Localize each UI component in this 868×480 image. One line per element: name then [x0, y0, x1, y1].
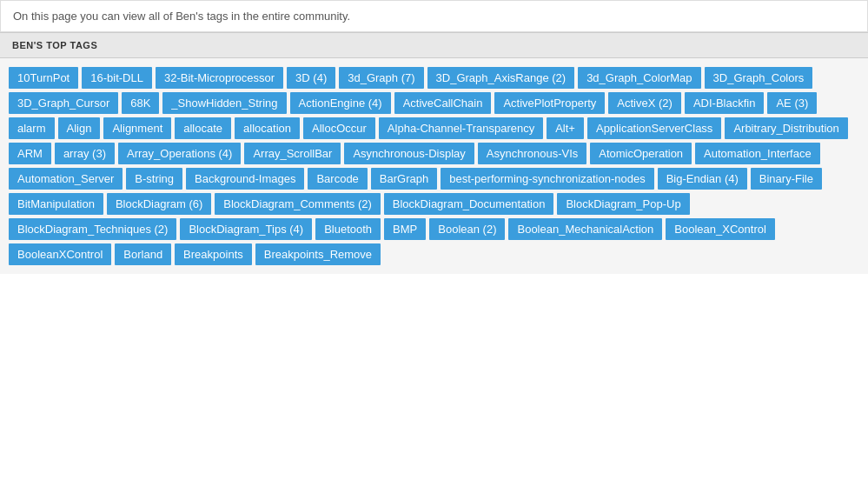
tag-item[interactable]: BlockDiagram_Comments (2)	[215, 193, 381, 215]
tag-item[interactable]: Align	[58, 117, 101, 139]
tag-item[interactable]: ActivePlotProperty	[494, 92, 605, 114]
tag-item[interactable]: Barcode	[308, 168, 367, 190]
tag-item[interactable]: BitManipulation	[9, 193, 103, 215]
tag-item[interactable]: 10TurnPot	[9, 67, 78, 89]
tag-item[interactable]: Automation_Server	[9, 168, 123, 190]
tag-item[interactable]: BarGraph	[371, 168, 437, 190]
tag-item[interactable]: ActionEngine (4)	[290, 92, 391, 114]
tag-item[interactable]: Background-Images	[186, 168, 304, 190]
tag-item[interactable]: Array_Operations (4)	[118, 143, 241, 164]
tag-item[interactable]: BooleanXControl	[9, 243, 111, 265]
tag-item[interactable]: ApplicationServerClass	[587, 117, 721, 139]
tags-container: 10TurnPot16-bit-DLL32-Bit-Microprocessor…	[0, 58, 868, 274]
tag-item[interactable]: 3D_Graph_Colors	[705, 67, 813, 89]
tag-item[interactable]: ActiveX (2)	[608, 92, 681, 114]
tag-item[interactable]: _ShowHidden_String	[162, 92, 286, 114]
tag-item[interactable]: 32-Bit-Microprocessor	[156, 67, 283, 89]
tag-item[interactable]: BMP	[384, 218, 426, 240]
tag-item[interactable]: Boolean (2)	[429, 218, 505, 240]
tag-item[interactable]: AE (3)	[767, 92, 817, 114]
tag-item[interactable]: B-string	[126, 168, 182, 190]
tag-item[interactable]: BlockDiagram_Techniques (2)	[9, 218, 176, 240]
tag-item[interactable]: Automation_Interface	[695, 143, 820, 164]
tag-item[interactable]: AtomicOperation	[590, 143, 692, 164]
tag-item[interactable]: 68K	[122, 92, 159, 114]
tag-item[interactable]: Binary-File	[751, 168, 822, 190]
tag-item[interactable]: Alt+	[547, 117, 584, 139]
info-text: On this page you can view all of Ben's t…	[13, 10, 350, 23]
tag-item[interactable]: alarm	[9, 117, 55, 139]
tag-item[interactable]: Arbitrary_Distribution	[725, 117, 847, 139]
tag-item[interactable]: allocation	[235, 117, 300, 139]
tag-item[interactable]: array (3)	[55, 143, 115, 164]
tag-item[interactable]: Boolean_MechanicalAction	[508, 218, 662, 240]
tag-item[interactable]: Alpha-Channel-Transparency	[379, 117, 543, 139]
tag-item[interactable]: 3D_Graph_Cursor	[9, 92, 118, 114]
tag-item[interactable]: Asynchronous-Display	[344, 143, 474, 164]
tag-item[interactable]: Breakpoints	[175, 243, 252, 265]
tag-item[interactable]: BlockDiagram_Pop-Up	[557, 193, 689, 215]
tag-item[interactable]: 3D (4)	[287, 67, 335, 89]
tag-item[interactable]: BlockDiagram (6)	[107, 193, 211, 215]
tag-item[interactable]: 3D_Graph_AxisRange (2)	[427, 67, 575, 89]
tag-item[interactable]: BlockDiagram_Tips (4)	[180, 218, 312, 240]
tag-item[interactable]: best-performing-synchronization-nodes	[441, 168, 653, 190]
tag-item[interactable]: AllocOccur	[303, 117, 375, 139]
info-bar: On this page you can view all of Ben's t…	[0, 0, 868, 32]
tag-item[interactable]: Borland	[115, 243, 171, 265]
tag-item[interactable]: Breakpoints_Remove	[255, 243, 381, 265]
tag-item[interactable]: 3d_Graph (7)	[339, 67, 423, 89]
tag-item[interactable]: Boolean_XControl	[666, 218, 775, 240]
tag-item[interactable]: Array_ScrollBar	[244, 143, 341, 164]
tag-item[interactable]: Asynchronous-VIs	[478, 143, 587, 164]
tag-item[interactable]: Bluetooth	[315, 218, 381, 240]
tag-item[interactable]: 16-bit-DLL	[82, 67, 152, 89]
tag-item[interactable]: Big-Endian (4)	[658, 168, 747, 190]
section-header: BEN'S TOP TAGS	[0, 32, 868, 58]
tag-item[interactable]: Alignment	[103, 117, 171, 139]
tag-item[interactable]: 3d_Graph_ColorMap	[578, 67, 700, 89]
tag-item[interactable]: ADI-Blackfin	[685, 92, 765, 114]
section-label: BEN'S TOP TAGS	[12, 40, 97, 50]
tag-item[interactable]: allocate	[175, 117, 231, 139]
tag-item[interactable]: ARM	[9, 143, 51, 164]
tag-item[interactable]: ActiveCallChain	[394, 92, 492, 114]
tag-item[interactable]: BlockDiagram_Documentation	[384, 193, 554, 215]
